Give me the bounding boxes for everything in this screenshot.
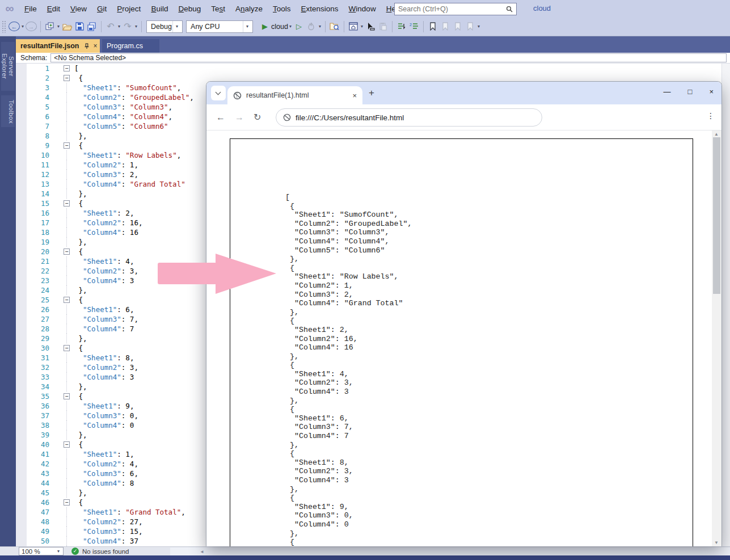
menu-item-git[interactable]: Git bbox=[92, 3, 112, 15]
search-input[interactable] bbox=[395, 5, 503, 13]
inactive-tab-label: Program.cs bbox=[107, 42, 143, 50]
screenshot-root: ∞ FileEditViewGitProjectBuildDebugTestAn… bbox=[0, 0, 730, 560]
save-icon[interactable] bbox=[74, 20, 85, 33]
toolbar-drag-handle[interactable] bbox=[2, 20, 6, 33]
schema-bar: Schema: <No Schema Selected> bbox=[16, 53, 730, 64]
hot-reload-icon[interactable] bbox=[306, 20, 317, 33]
start-without-debugging-icon[interactable]: ▷ bbox=[293, 20, 305, 33]
format-selection-icon[interactable]: 2 bbox=[408, 20, 420, 33]
navigate-forward-icon[interactable]: → bbox=[26, 22, 37, 31]
paste-icon-disabled[interactable] bbox=[377, 20, 389, 33]
clear-bookmarks-icon[interactable] bbox=[465, 20, 476, 33]
new-project-icon[interactable] bbox=[44, 20, 56, 33]
tab-search-chevron-button[interactable] bbox=[211, 86, 226, 100]
vs-toolbar: ← ▾ → ▾ ↶ ▾ ↷ ▾ Debug▾ Any CPU▾ ▶ cloud … bbox=[0, 17, 730, 36]
browser-scrollbar[interactable]: ▲ ▼ bbox=[712, 130, 721, 546]
favicon-globe-icon bbox=[233, 91, 242, 100]
browser-menu-kebab-icon[interactable]: ⋮ bbox=[707, 111, 715, 120]
scrollbar-down-icon[interactable]: ▼ bbox=[714, 540, 719, 545]
menu-item-test[interactable]: Test bbox=[206, 3, 230, 15]
tab-program-cs[interactable]: Program.cs bbox=[102, 39, 159, 53]
menu-item-project[interactable]: Project bbox=[112, 3, 146, 15]
toggle-bookmark-icon[interactable] bbox=[427, 20, 438, 33]
editor-horizontal-scrollbar[interactable]: ◄ bbox=[170, 548, 730, 555]
close-window-icon[interactable]: × bbox=[709, 87, 714, 96]
editor-vertical-scrollbar[interactable] bbox=[721, 64, 730, 546]
site-info-globe-icon[interactable] bbox=[283, 113, 291, 121]
schema-label: Schema: bbox=[16, 54, 50, 62]
tab-resultantfile-json[interactable]: resultantFile.json × bbox=[16, 39, 100, 53]
browser-scrollbar-thumb[interactable] bbox=[713, 137, 720, 294]
code-line[interactable]: 1−[ bbox=[16, 64, 730, 73]
save-all-icon[interactable] bbox=[86, 20, 98, 33]
menu-item-edit[interactable]: Edit bbox=[42, 3, 65, 15]
scroll-left-arrow-icon[interactable]: ◄ bbox=[200, 549, 204, 554]
zoom-caret: ▾ bbox=[57, 549, 60, 554]
editor-status-row: 100 % ▾ ✓ No issues found ◄ bbox=[0, 546, 730, 555]
previous-bookmark-icon[interactable] bbox=[440, 20, 451, 33]
bookmarks-caret[interactable]: ▾ bbox=[478, 24, 480, 29]
back-dropdown-caret[interactable]: ▾ bbox=[22, 24, 24, 29]
browser-tab[interactable]: resultantFile(1).html × bbox=[227, 86, 362, 104]
rendered-json-container: [ { "Sheet1": "SumofCount", "Column2": "… bbox=[230, 138, 693, 546]
active-tab-label: resultantFile.json bbox=[20, 42, 79, 50]
browser-viewport: [ { "Sheet1": "SumofCount", "Column2": "… bbox=[206, 130, 721, 546]
close-tab-icon[interactable]: × bbox=[94, 42, 98, 50]
undo-caret[interactable]: ▾ bbox=[118, 24, 120, 29]
solution-explorer-caret[interactable]: ▾ bbox=[361, 24, 363, 29]
zoom-level-value: 100 % bbox=[22, 548, 40, 555]
no-issues-check-icon: ✓ bbox=[71, 548, 79, 555]
navigate-back-icon[interactable]: ← bbox=[9, 22, 20, 31]
search-icon[interactable] bbox=[503, 6, 516, 12]
minimize-window-icon[interactable]: — bbox=[664, 87, 671, 96]
pink-arrow-head bbox=[216, 254, 276, 294]
menu-item-file[interactable]: File bbox=[19, 3, 42, 15]
pin-tab-icon[interactable] bbox=[84, 43, 90, 49]
menu-item-debug[interactable]: Debug bbox=[173, 3, 206, 15]
open-folder-icon[interactable] bbox=[61, 20, 73, 33]
redo-icon[interactable]: ↷ bbox=[122, 20, 133, 33]
scrollbar-up-icon[interactable]: ▲ bbox=[714, 132, 719, 137]
menu-item-extensions[interactable]: Extensions bbox=[296, 3, 344, 15]
menu-item-analyze[interactable]: Analyze bbox=[230, 3, 268, 15]
undo-icon[interactable]: ↶ bbox=[105, 20, 116, 33]
left-tool-dock: Server Explorer Toolbox bbox=[0, 36, 16, 555]
new-tab-icon[interactable]: + bbox=[369, 87, 374, 99]
menu-item-window[interactable]: Window bbox=[344, 3, 381, 15]
visual-studio-logo-icon: ∞ bbox=[0, 1, 19, 16]
hot-reload-caret[interactable]: ▾ bbox=[319, 24, 321, 29]
menu-item-tools[interactable]: Tools bbox=[268, 3, 296, 15]
start-debugging-caret[interactable]: ▾ bbox=[289, 24, 292, 29]
solution-configuration-dropdown[interactable]: Debug▾ bbox=[146, 20, 183, 33]
sync-with-active-document-icon[interactable] bbox=[365, 20, 376, 33]
format-document-icon[interactable] bbox=[396, 20, 407, 33]
maximize-window-icon[interactable]: □ bbox=[688, 87, 693, 96]
sidebar-item-toolbox[interactable]: Toolbox bbox=[1, 95, 15, 127]
document-tab-strip: resultantFile.json × Program.cs bbox=[0, 36, 730, 53]
schema-dropdown[interactable]: <No Schema Selected> bbox=[50, 53, 727, 62]
signed-in-account[interactable]: cloud bbox=[533, 4, 551, 12]
find-in-files-icon[interactable] bbox=[329, 20, 340, 33]
zoom-level-dropdown[interactable]: 100 % ▾ bbox=[19, 547, 64, 555]
browser-tab-title: resultantFile(1).html bbox=[246, 91, 309, 99]
issues-status-text: No issues found bbox=[82, 548, 129, 555]
next-bookmark-icon[interactable] bbox=[452, 20, 463, 33]
solution-explorer-home-icon[interactable] bbox=[348, 20, 359, 33]
url-text: file:///C:/Users/resultantFile.html bbox=[296, 113, 404, 122]
browser-forward-icon[interactable]: → bbox=[235, 112, 244, 123]
pink-arrow-annotation bbox=[158, 263, 217, 284]
menu-item-build[interactable]: Build bbox=[146, 3, 173, 15]
start-debugging-label[interactable]: cloud bbox=[271, 23, 288, 31]
address-bar[interactable]: file:///C:/Users/resultantFile.html bbox=[276, 108, 542, 127]
menu-item-view[interactable]: View bbox=[65, 3, 92, 15]
solution-platform-dropdown[interactable]: Any CPU▾ bbox=[186, 20, 253, 33]
menu-bar: FileEditViewGitProjectBuildDebugTestAnal… bbox=[19, 3, 407, 15]
start-debugging-icon[interactable]: ▶ bbox=[259, 20, 271, 33]
redo-caret[interactable]: ▾ bbox=[135, 24, 137, 29]
reload-icon[interactable]: ↻ bbox=[254, 112, 261, 123]
quick-search-box[interactable] bbox=[394, 3, 517, 15]
sidebar-item-server-explorer[interactable]: Server Explorer bbox=[1, 42, 15, 91]
new-project-caret[interactable]: ▾ bbox=[57, 24, 60, 29]
close-browser-tab-icon[interactable]: × bbox=[352, 91, 357, 100]
browser-back-icon[interactable]: ← bbox=[216, 112, 225, 123]
